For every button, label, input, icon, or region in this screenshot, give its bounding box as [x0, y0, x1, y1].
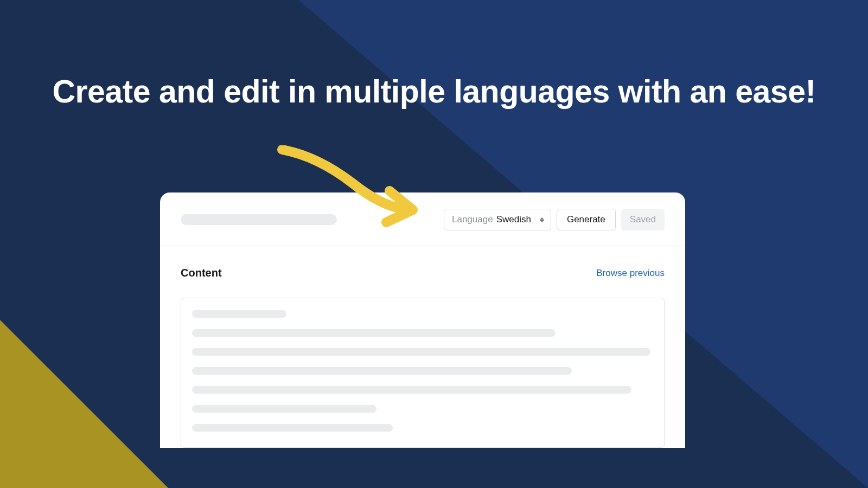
language-label: Language [452, 214, 493, 225]
browse-previous-link[interactable]: Browse previous [596, 268, 665, 279]
language-select[interactable]: Language Swedish [444, 209, 551, 230]
generate-button[interactable]: Generate [557, 209, 616, 230]
saved-status: Saved [621, 209, 665, 230]
select-chevrons-icon [540, 217, 544, 222]
content-editor[interactable] [181, 298, 665, 448]
skeleton-line [192, 405, 376, 413]
card-body: Content Browse previous [160, 246, 685, 448]
skeleton-line [192, 386, 631, 394]
skeleton-line [192, 329, 556, 337]
skeleton-line [192, 310, 286, 318]
skeleton-line [192, 348, 650, 356]
skeleton-line [192, 424, 393, 432]
arrow-icon [266, 145, 423, 242]
content-header-row: Content Browse previous [181, 267, 665, 279]
content-section-title: Content [181, 267, 222, 279]
background-triangle-yellow [0, 320, 168, 488]
page-headline: Create and edit in multiple languages wi… [0, 70, 868, 114]
header-actions: Language Swedish Generate Saved [444, 209, 665, 230]
language-value: Swedish [496, 214, 531, 225]
skeleton-line [192, 367, 572, 375]
